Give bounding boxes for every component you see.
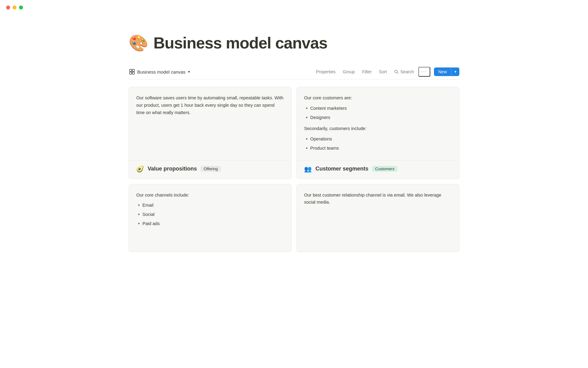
card-body-channels: Our core channels include: Email Social … bbox=[129, 184, 291, 252]
main-content: 🎨 Business model canvas Business model c… bbox=[80, 0, 508, 264]
svg-rect-1 bbox=[132, 69, 134, 71]
svg-line-5 bbox=[397, 72, 398, 74]
customer-relationships-text: Our best customer relationship channel i… bbox=[304, 192, 452, 206]
card-grid: Our software saves users time by automat… bbox=[129, 87, 459, 252]
card-body-customer-relationships: Our best customer relationship channel i… bbox=[297, 184, 459, 252]
customer-segments-emoji: 👥 bbox=[304, 165, 312, 173]
properties-button[interactable]: Properties bbox=[313, 68, 339, 76]
customers-tag[interactable]: Customers bbox=[372, 166, 398, 172]
traffic-lights bbox=[0, 0, 29, 15]
list-item: Operations bbox=[304, 136, 452, 143]
svg-rect-2 bbox=[130, 72, 132, 74]
channels-list: Email Social Paid ads bbox=[136, 202, 284, 228]
group-button[interactable]: Group bbox=[340, 68, 358, 76]
list-item: Content marketers bbox=[304, 105, 452, 112]
traffic-light-red[interactable] bbox=[6, 6, 10, 10]
customer-segments-title: Customer segments bbox=[315, 166, 368, 172]
card-customer-relationships: Our best customer relationship channel i… bbox=[296, 184, 459, 252]
toolbar-left: Business model canvas ▾ bbox=[129, 68, 313, 75]
search-button[interactable]: Search bbox=[391, 68, 417, 76]
page-title-row: 🎨 Business model canvas bbox=[129, 34, 459, 52]
value-propositions-emoji: 🥑 bbox=[136, 165, 144, 173]
card-footer-value-propositions[interactable]: 🥑 Value propositions Offering bbox=[129, 160, 291, 179]
more-options-button[interactable]: ··· bbox=[418, 67, 430, 77]
new-button-label: New bbox=[434, 67, 451, 76]
channels-intro: Our core channels include: bbox=[136, 192, 284, 199]
card-body-value-propositions: Our software saves users time by automat… bbox=[129, 87, 291, 160]
list-item: Email bbox=[136, 202, 284, 209]
customer-segments-primary-list: Content marketers Designers bbox=[304, 105, 452, 121]
sort-button[interactable]: Sort bbox=[376, 68, 390, 76]
svg-rect-0 bbox=[130, 69, 132, 71]
page-emoji: 🎨 bbox=[129, 35, 149, 51]
list-item: Product teams bbox=[304, 145, 452, 152]
customer-segments-intro: Our core customers are: bbox=[304, 94, 452, 102]
customer-segments-secondary-list: Operations Product teams bbox=[304, 136, 452, 152]
toolbar-right: Properties Group Filter Sort Search ··· bbox=[313, 67, 459, 77]
list-item: Social bbox=[136, 211, 284, 218]
list-item: Paid ads bbox=[136, 220, 284, 228]
traffic-light-yellow[interactable] bbox=[13, 6, 17, 10]
filter-button[interactable]: Filter bbox=[359, 68, 375, 76]
card-footer-customer-segments[interactable]: 👥 Customer segments Customers bbox=[297, 160, 459, 179]
new-button-chevron-icon: ▾ bbox=[451, 68, 459, 76]
value-propositions-title: Value propositions bbox=[148, 166, 197, 172]
search-icon bbox=[394, 70, 399, 74]
traffic-light-green[interactable] bbox=[19, 6, 23, 10]
toolbar: Business model canvas ▾ Properties Group… bbox=[129, 64, 459, 79]
svg-rect-3 bbox=[132, 72, 134, 74]
list-item: Designers bbox=[304, 114, 452, 121]
database-chevron-icon[interactable]: ▾ bbox=[188, 70, 190, 74]
database-icon bbox=[129, 68, 135, 75]
card-customer-segments: Our core customers are: Content marketer… bbox=[296, 87, 459, 179]
offering-tag[interactable]: Offering bbox=[201, 166, 221, 172]
card-body-customer-segments: Our core customers are: Content marketer… bbox=[297, 87, 459, 160]
page-title: Business model canvas bbox=[153, 34, 327, 52]
card-channels: Our core channels include: Email Social … bbox=[129, 184, 292, 252]
new-button[interactable]: New ▾ bbox=[434, 67, 459, 76]
customer-segments-secondary-intro: Secondarily, customers include: bbox=[304, 125, 452, 132]
card-value-propositions: Our software saves users time by automat… bbox=[129, 87, 292, 179]
value-propositions-text: Our software saves users time by automat… bbox=[136, 94, 284, 117]
database-name[interactable]: Business model canvas bbox=[137, 69, 186, 75]
